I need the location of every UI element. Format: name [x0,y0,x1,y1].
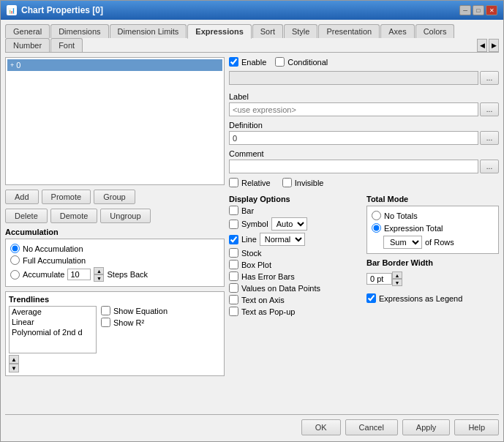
line-checkbox[interactable] [229,235,238,244]
boxplot-checkbox[interactable] [229,260,238,269]
comment-title: Comment [229,149,499,158]
textonaxis-checkbox[interactable] [229,295,238,304]
apply-button[interactable]: Apply [402,419,451,435]
accumulate-label: Accumulate [23,270,64,279]
trendline-item-average[interactable]: Average [10,307,96,317]
sum-select[interactable]: Sum [383,236,422,249]
tab-presentation[interactable]: Presentation [318,24,380,38]
tab-number[interactable]: Number [5,38,50,52]
enable-checkbox[interactable] [229,57,238,67]
bar-border-spinner: ▲ ▼ [366,271,402,286]
add-button[interactable]: Add [5,190,39,204]
tab-dimensions[interactable]: Dimensions [50,24,108,38]
symbol-select[interactable]: Auto [271,217,307,231]
tab-font[interactable]: Font [50,38,83,52]
expression-list[interactable]: + 0 [5,57,225,185]
accumulate-row: Accumulate ▲ ▼ Steps Back [10,267,219,282]
tab-colors[interactable]: Colors [415,24,455,38]
tab-bar: General Dimensions Dimension Limits Expr… [5,24,499,53]
tab-general[interactable]: General [5,24,50,38]
tab-style[interactable]: Style [284,24,317,38]
expr-button-row-1: Add Promote Group [5,190,225,204]
maximize-button[interactable]: □ [473,5,484,15]
tab-nav-left[interactable]: ◀ [477,39,487,52]
full-accumulation-radio[interactable] [10,255,20,265]
trendline-item-linear[interactable]: Linear [10,317,96,327]
tab-expressions[interactable]: Expressions [187,24,251,39]
enable-row: Enable Conditional [229,57,499,67]
full-accumulation-label: Full Accumulation [23,256,86,265]
conditional-input[interactable] [229,71,478,85]
invisible-checkbox[interactable] [282,178,292,187]
textaspopup-checkbox[interactable] [229,307,238,316]
steps-input[interactable] [67,269,91,280]
group-button[interactable]: Group [94,190,135,204]
minimize-button[interactable]: ─ [459,5,471,15]
no-totals-label: No Totals [384,211,418,220]
display-values-row: Values on Data Points [229,283,361,293]
errorbars-checkbox[interactable] [229,271,238,281]
accumulate-radio[interactable] [10,270,20,280]
relative-checkbox[interactable] [229,178,238,187]
show-equation-checkbox[interactable] [101,306,110,315]
symbol-checkbox[interactable] [229,220,238,229]
comment-ellipsis-button[interactable]: ... [480,160,499,173]
conditional-checkbox[interactable] [275,57,285,67]
values-checkbox[interactable] [229,283,238,293]
stock-checkbox[interactable] [229,248,238,258]
bar-border-up[interactable]: ▲ [392,271,402,279]
delete-button[interactable]: Delete [5,209,48,223]
trendlines-scroll-down[interactable]: ▼ [9,364,19,372]
help-button[interactable]: Help [454,419,499,435]
trendlines-scroll: ▲ ▼ [9,355,97,372]
trendlines-scroll-up[interactable]: ▲ [9,355,19,364]
bottom-bar: OK Cancel Apply Help [5,414,499,437]
expressions-legend-checkbox[interactable] [366,293,376,303]
conditional-checkbox-row: Conditional [275,57,328,67]
middle-row: Display Options Bar Symbol Auto [229,195,499,411]
ungroup-button[interactable]: Ungroup [100,209,150,223]
expression-item[interactable]: + 0 [7,59,222,71]
expressions-legend-label: Expressions as Legend [379,294,462,303]
title-bar-left: 📊 Chart Properties [0] [7,5,103,15]
expressions-legend-row: Expressions as Legend [366,293,499,303]
definition-input[interactable] [229,131,478,145]
definition-ellipsis-button[interactable]: ... [480,131,499,145]
title-bar: 📊 Chart Properties [0] ─ □ ✕ [1,1,503,20]
no-accumulation-radio[interactable] [10,244,20,253]
stock-label: Stock [241,249,262,258]
tab-nav-right[interactable]: ▶ [489,39,499,52]
definition-input-row: ... [229,131,499,145]
tab-dimension-limits[interactable]: Dimension Limits [110,24,187,38]
trendlines-list[interactable]: Average Linear Polynomial of 2nd d [9,306,97,353]
tab-sort[interactable]: Sort [252,24,283,38]
window-title: Chart Properties [0] [21,5,103,15]
cancel-button[interactable]: Cancel [345,419,398,435]
steps-up[interactable]: ▲ [94,267,104,274]
tab-axes[interactable]: Axes [380,24,414,38]
steps-down[interactable]: ▼ [94,274,104,282]
invisible-label: Invisible [295,179,324,187]
label-input[interactable] [229,102,478,116]
label-ellipsis-button[interactable]: ... [480,102,499,116]
enable-label: Enable [241,58,266,67]
show-r2-row: Show R² [101,318,168,327]
no-totals-radio[interactable] [372,211,381,220]
ok-button[interactable]: OK [301,419,341,435]
display-textonaxis-row: Text on Axis [229,295,361,304]
bar-checkbox[interactable] [229,206,238,215]
comment-input-row: ... [229,160,499,173]
trendline-item-polynomial[interactable]: Polynomial of 2nd d [10,327,96,337]
show-r2-label: Show R² [113,318,144,327]
bar-border-down[interactable]: ▼ [392,279,402,286]
bar-label: Bar [241,206,254,215]
expression-total-radio[interactable] [372,223,381,233]
show-r2-checkbox[interactable] [101,318,110,327]
promote-button[interactable]: Promote [42,190,91,204]
demote-button[interactable]: Demote [50,209,98,223]
comment-input[interactable] [229,160,478,173]
bar-border-input[interactable] [366,273,392,285]
close-button[interactable]: ✕ [486,5,497,15]
line-select[interactable]: Normal [260,233,305,246]
conditional-ellipsis-button[interactable]: ... [480,71,499,85]
